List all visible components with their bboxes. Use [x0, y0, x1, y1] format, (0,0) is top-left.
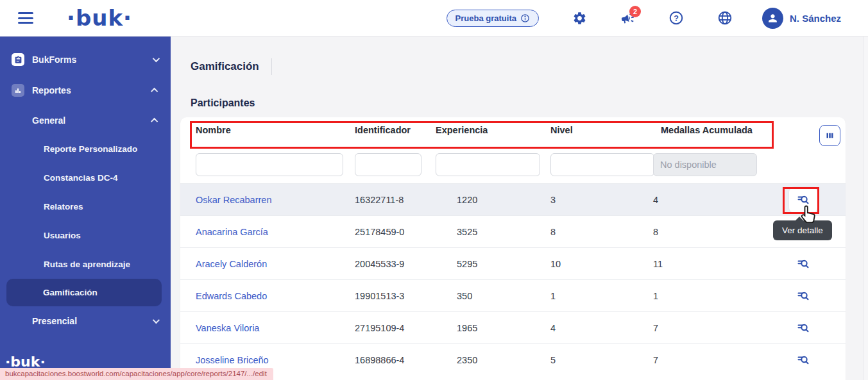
notifications-button[interactable]: 2 [620, 11, 635, 26]
filter-nivel-input[interactable] [550, 153, 654, 176]
participant-name-link[interactable]: Josseline Briceño [196, 355, 355, 365]
table-row: Vaneska Viloria 27195109-4 1965 4 7 [180, 311, 846, 343]
main-content: Gamificación Participantes Nombre Identi… [171, 37, 868, 380]
cell-medallas: 4 [653, 195, 788, 205]
page-title: Gamificación [191, 60, 259, 73]
column-header-medallas[interactable]: Medallas Acumulada [653, 125, 788, 135]
filter-identificador-input[interactable] [355, 153, 421, 176]
cell-medallas: 7 [653, 355, 788, 365]
cell-medallas: 8 [653, 227, 788, 237]
sidebar-item-reportes[interactable]: Reportes [0, 75, 171, 106]
cell-nivel: 8 [550, 227, 653, 237]
chevron-down-icon [153, 55, 160, 62]
sidebar-item-label: Presencial [32, 316, 77, 326]
chevron-down-icon [153, 316, 160, 323]
language-button[interactable] [717, 10, 733, 26]
cell-medallas: 11 [653, 259, 788, 269]
trial-badge[interactable]: Prueba gratuita [447, 10, 539, 27]
scrollbar-track[interactable] [863, 37, 868, 380]
cell-identificador: 19901513-3 [355, 291, 436, 301]
sidebar-item-presencial[interactable]: Presencial [0, 306, 171, 335]
table-row: Anacarina García 25178459-0 3525 8 8 [180, 215, 846, 247]
cell-experiencia: 2350 [436, 355, 550, 365]
participant-name-link[interactable]: Anacarina García [196, 227, 355, 237]
column-header-identificador[interactable]: Identificador [355, 125, 436, 135]
sidebar-item-label: Relatores [44, 202, 83, 211]
column-header-experiencia[interactable]: Experiencia [436, 125, 550, 135]
cell-nivel: 5 [550, 355, 653, 365]
sidebar-item-reporte-personalizado[interactable]: Reporte Personalizado [0, 135, 171, 163]
status-url-bar: bukcapacitaciones.boostworld.com/capacit… [0, 368, 273, 380]
chevron-up-icon [151, 88, 158, 95]
svg-text:?: ? [674, 14, 679, 23]
table-row: Oskar Recabarren 16322711-8 1220 3 4 [180, 183, 846, 215]
sidebar: BukForms Reportes General Reporte Person… [0, 37, 171, 380]
section-title: Participantes [191, 97, 868, 109]
sidebar-item-label: Reporte Personalizado [44, 144, 137, 154]
sidebar-item-label: General [32, 115, 65, 126]
view-detail-button[interactable] [797, 290, 810, 302]
columns-button[interactable] [819, 125, 840, 146]
cell-experiencia: 350 [436, 291, 550, 301]
cell-identificador: 16898866-4 [355, 355, 436, 365]
cell-experiencia: 3525 [436, 227, 550, 237]
filter-medallas-input-disabled [653, 153, 757, 176]
cell-nivel: 10 [550, 259, 653, 269]
view-detail-button[interactable] [797, 354, 810, 367]
filter-row [180, 143, 846, 183]
chevron-up-icon [151, 117, 158, 124]
user-name: N. Sánchez [790, 13, 841, 24]
table-row: Josseline Briceño 16898866-4 2350 5 7 [180, 343, 846, 376]
cell-medallas: 7 [653, 323, 788, 333]
column-header-nivel[interactable]: Nivel [550, 125, 653, 135]
sidebar-item-gamificacion[interactable]: Gamificación [6, 279, 162, 306]
list-search-icon [797, 258, 810, 270]
globe-icon [717, 10, 733, 26]
view-detail-button[interactable] [797, 322, 810, 335]
table-row: Edwards Cabedo 19901513-3 350 1 1 [180, 279, 846, 311]
sidebar-item-relatores[interactable]: Relatores [0, 192, 171, 221]
participants-table: Nombre Identificador Experiencia Nivel M… [180, 117, 846, 380]
bar-chart-icon [12, 84, 24, 97]
trial-label: Prueba gratuita [455, 13, 516, 23]
user-menu[interactable]: N. Sánchez [762, 8, 841, 29]
filter-experiencia-input[interactable] [436, 153, 540, 176]
columns-icon [825, 131, 835, 140]
sidebar-item-constancias-dc4[interactable]: Constancias DC-4 [0, 163, 171, 192]
top-header: ·buk· Prueba gratuita 2 ? [0, 0, 868, 37]
filter-nombre-input[interactable] [196, 153, 343, 176]
list-search-icon [797, 354, 810, 367]
list-search-icon [797, 322, 810, 335]
question-circle-icon: ? [668, 10, 684, 26]
sidebar-item-bukforms[interactable]: BukForms [0, 44, 171, 75]
sidebar-item-label: Usuarios [44, 231, 81, 240]
cell-identificador: 16322711-8 [355, 195, 436, 205]
cell-medallas: 1 [653, 291, 788, 301]
table-row: Aracely Calderón 20045533-9 5295 10 11 [180, 247, 846, 279]
sidebar-item-rutas-de-aprendizaje[interactable]: Rutas de aprendizaje [0, 250, 171, 279]
sidebar-item-label: Gamificación [43, 288, 98, 297]
clipboard-icon [12, 53, 24, 66]
cell-nivel: 4 [550, 323, 653, 333]
sidebar-item-label: Rutas de aprendizaje [44, 260, 130, 269]
menu-icon[interactable] [18, 12, 33, 24]
participant-name-link[interactable]: Oskar Recabarren [196, 195, 355, 205]
sidebar-item-label: Constancias DC-4 [44, 173, 118, 183]
participant-name-link[interactable]: Vaneska Viloria [196, 323, 355, 333]
view-detail-button[interactable] [797, 258, 810, 270]
participant-name-link[interactable]: Aracely Calderón [196, 259, 355, 269]
sidebar-item-general[interactable]: General [0, 106, 171, 135]
sidebar-item-label: BukForms [32, 54, 76, 65]
cell-experiencia: 1220 [436, 195, 550, 205]
settings-button[interactable] [572, 11, 587, 26]
participant-name-link[interactable]: Edwards Cabedo [196, 291, 355, 301]
buk-logo: ·buk· [67, 7, 132, 29]
sidebar-item-usuarios[interactable]: Usuarios [0, 221, 171, 250]
gear-icon [572, 11, 587, 26]
cell-nivel: 1 [550, 291, 653, 301]
column-header-nombre[interactable]: Nombre [196, 125, 355, 135]
notification-badge: 2 [629, 6, 641, 17]
list-search-icon [797, 290, 810, 302]
cursor-pointer-icon [801, 204, 816, 226]
help-button[interactable]: ? [668, 10, 684, 26]
